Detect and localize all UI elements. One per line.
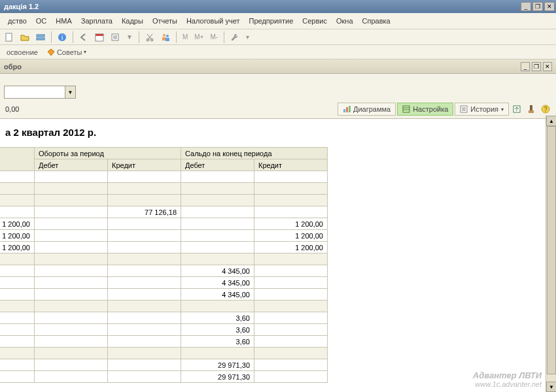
- table-cell: [0, 336, 35, 348]
- table-cell: [0, 289, 35, 301]
- doc-minimize-button[interactable]: _: [521, 62, 530, 71]
- osvoenie-button[interactable]: освоение: [4, 47, 41, 57]
- table-cell: 1 200,00: [0, 230, 35, 242]
- table-cell: 1 200,00: [0, 218, 35, 230]
- tool-icon[interactable]: [525, 103, 538, 116]
- table-cell: 29 971,30: [181, 371, 254, 383]
- wrench-icon[interactable]: [228, 31, 241, 44]
- table-row[interactable]: [0, 195, 328, 206]
- separator: [224, 31, 224, 43]
- diagram-button[interactable]: Диаграмма: [338, 103, 396, 116]
- menu-zarplata[interactable]: Зарплата: [77, 16, 116, 26]
- menu-servis[interactable]: Сервис: [298, 16, 331, 26]
- memory-mminus[interactable]: M-: [208, 33, 220, 41]
- table-row[interactable]: 3,60: [0, 324, 328, 336]
- table-row[interactable]: 77 126,18: [0, 206, 328, 218]
- table-row[interactable]: [0, 183, 328, 195]
- doc-restore-button[interactable]: ❐: [532, 62, 541, 71]
- table-row[interactable]: 1 200,001 200,00: [0, 242, 328, 253]
- export-icon[interactable]: [510, 103, 523, 116]
- memory-m[interactable]: M: [181, 33, 190, 41]
- table-row[interactable]: 29 971,30: [0, 371, 328, 383]
- doc-close-button[interactable]: ✕: [543, 62, 552, 71]
- scroll-down-button[interactable]: ▼: [546, 382, 556, 392]
- table-row[interactable]: [0, 253, 328, 265]
- table-row[interactable]: 1 200,001 200,00: [0, 230, 328, 242]
- table-cell: [0, 253, 35, 265]
- table-cell: [0, 348, 35, 359]
- menu-kadry[interactable]: Кадры: [118, 16, 147, 26]
- table-cell: [254, 277, 328, 289]
- table-cell: [35, 230, 108, 242]
- table-cell: [108, 371, 181, 383]
- table-cell: 1 200,00: [254, 230, 328, 242]
- vertical-scrollbar[interactable]: ▲ ▼: [546, 116, 556, 392]
- menu-predpriyatie[interactable]: Предприятие: [245, 16, 298, 26]
- open-icon[interactable]: [18, 31, 31, 44]
- table-cell: [108, 301, 181, 312]
- table-row[interactable]: 4 345,00: [0, 277, 328, 289]
- scroll-up-button[interactable]: ▲: [546, 116, 556, 126]
- table-cell: [35, 265, 108, 277]
- settings-button[interactable]: Настройка: [397, 103, 453, 116]
- dropdown-arrow[interactable]: ▼: [124, 33, 135, 41]
- table-row[interactable]: 29 971,30: [0, 359, 328, 371]
- table-row[interactable]: [0, 348, 328, 359]
- minimize-button[interactable]: _: [521, 2, 531, 11]
- table-cell: [254, 301, 328, 312]
- close-button[interactable]: ✕: [544, 2, 555, 11]
- table-row[interactable]: 4 345,00: [0, 289, 328, 301]
- table-row[interactable]: 4 345,00: [0, 265, 328, 277]
- menu-otchety[interactable]: Отчеты: [148, 16, 181, 26]
- svg-rect-0: [6, 33, 12, 41]
- table-cell: [181, 183, 254, 195]
- users-icon[interactable]: [159, 31, 172, 44]
- table-row[interactable]: [0, 171, 328, 183]
- cut-icon[interactable]: [143, 31, 156, 44]
- menu-nma[interactable]: НМА: [52, 16, 75, 26]
- scroll-thumb[interactable]: [547, 126, 556, 374]
- new-doc-icon[interactable]: [3, 31, 16, 44]
- menu-dstvo[interactable]: дство: [4, 16, 31, 26]
- table-cell: [35, 277, 108, 289]
- combo-dropdown-icon[interactable]: ▼: [65, 86, 75, 98]
- table-row[interactable]: 3,60: [0, 312, 328, 324]
- list-icon[interactable]: [109, 31, 122, 44]
- table-cell: [35, 242, 108, 253]
- menu-nalog[interactable]: Налоговый учет: [182, 16, 244, 26]
- table-row[interactable]: [0, 301, 328, 312]
- history-button[interactable]: История ▾: [455, 103, 509, 116]
- queue-icon[interactable]: [34, 31, 47, 44]
- table-cell: [254, 195, 328, 206]
- table-cell: [254, 324, 328, 336]
- info-icon[interactable]: i: [56, 31, 69, 44]
- filter-combo[interactable]: ▼: [4, 86, 76, 99]
- table-cell: 3,60: [181, 324, 254, 336]
- sovety-button[interactable]: Советы ▾: [44, 47, 89, 57]
- diagram-label: Диаграмма: [353, 105, 391, 113]
- table-cell: [35, 195, 108, 206]
- svg-rect-6: [96, 34, 103, 36]
- table-cell: [0, 171, 35, 183]
- menu-okna[interactable]: Окна: [332, 16, 357, 26]
- window-controls: _ ❐ ✕: [521, 2, 555, 11]
- table-cell: 4 345,00: [181, 277, 254, 289]
- table-cell: [0, 265, 35, 277]
- dropdown-arrow[interactable]: ▾: [244, 33, 251, 41]
- table-cell: [35, 183, 108, 195]
- table-cell: 29 971,30: [181, 359, 254, 371]
- table-row[interactable]: 1 200,001 200,00: [0, 218, 328, 230]
- menu-os[interactable]: ОС: [32, 16, 51, 26]
- chart-icon: [343, 105, 351, 113]
- back-icon[interactable]: [77, 31, 90, 44]
- help-icon[interactable]: ?: [539, 103, 552, 116]
- restore-button[interactable]: ❐: [532, 2, 543, 11]
- table-row[interactable]: 3,60: [0, 336, 328, 348]
- menu-spravka[interactable]: Справка: [358, 16, 394, 26]
- table-cell: [35, 218, 108, 230]
- table-cell: [108, 324, 181, 336]
- memory-mplus[interactable]: M+: [192, 33, 205, 41]
- table-cell: [108, 195, 181, 206]
- calendar-icon[interactable]: [93, 31, 106, 44]
- report-title: а 2 квартал 2012 р.: [0, 119, 556, 147]
